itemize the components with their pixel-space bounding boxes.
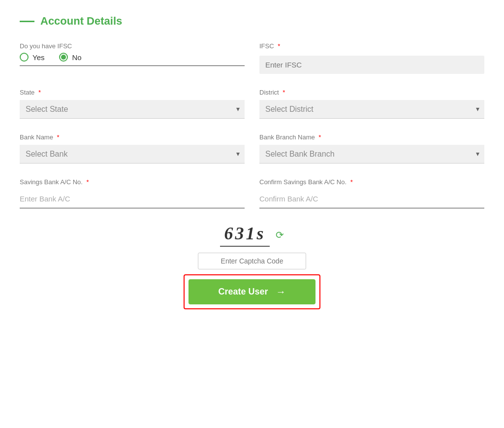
- ifsc-radio-group: Yes No: [20, 53, 245, 66]
- radio-yes-circle[interactable]: [20, 53, 29, 62]
- ifsc-input-group: IFSC *: [259, 42, 484, 74]
- create-user-label: Create User: [218, 287, 268, 297]
- row-bank: Bank Name * Select Bank Bank Branch Name…: [20, 133, 484, 164]
- bank-select[interactable]: Select Bank: [20, 145, 245, 164]
- savings-ac-input[interactable]: [20, 190, 245, 208]
- radio-no-circle[interactable]: [59, 53, 68, 62]
- arrow-icon: →: [276, 286, 286, 297]
- state-required-star: *: [38, 89, 41, 96]
- district-select-wrapper: Select District: [259, 99, 484, 119]
- ifsc-required-star: *: [278, 42, 280, 50]
- district-group: District * Select District: [259, 89, 484, 119]
- district-required-star: *: [283, 89, 285, 96]
- radio-yes[interactable]: Yes: [20, 53, 44, 62]
- ifsc-input[interactable]: [259, 56, 484, 74]
- row-ifsc: Do you have IFSC Yes No IFSC *: [20, 42, 484, 74]
- captcha-display: 631s ⟳: [220, 223, 284, 247]
- confirm-ac-required-star: *: [350, 178, 353, 186]
- row-account: Savings Bank A/C No. * Confirm Savings B…: [20, 178, 484, 208]
- state-select-wrapper: Select State: [20, 99, 245, 119]
- radio-yes-label: Yes: [32, 53, 44, 62]
- bank-branch-required-star: *: [318, 133, 321, 141]
- captcha-section: 631s ⟳: [20, 223, 484, 269]
- savings-ac-label: Savings Bank A/C No. *: [20, 178, 245, 186]
- ifsc-label: IFSC *: [259, 42, 484, 50]
- bank-select-wrapper: Select Bank: [20, 144, 245, 164]
- savings-ac-required-star: *: [87, 178, 89, 186]
- bank-branch-label: Bank Branch Name *: [259, 133, 484, 141]
- state-select[interactable]: Select State: [20, 100, 245, 119]
- captcha-input[interactable]: [198, 253, 306, 269]
- ifsc-question-group: Do you have IFSC Yes No: [20, 42, 245, 74]
- radio-no[interactable]: No: [59, 53, 81, 62]
- district-label: District *: [259, 89, 484, 96]
- create-button-wrapper: Create User →: [20, 274, 484, 309]
- bank-name-label: Bank Name *: [20, 133, 245, 141]
- section-header: Account Details: [20, 15, 484, 28]
- district-select[interactable]: Select District: [259, 100, 484, 119]
- create-button-border: Create User →: [184, 274, 320, 309]
- bank-name-required-star: *: [57, 133, 60, 141]
- captcha-refresh-icon[interactable]: ⟳: [276, 229, 284, 241]
- create-user-button[interactable]: Create User →: [189, 279, 315, 304]
- bank-name-group: Bank Name * Select Bank: [20, 133, 245, 164]
- radio-no-label: No: [72, 53, 81, 62]
- section-line-decoration: [20, 21, 34, 22]
- bank-branch-select[interactable]: Select Bank Branch: [259, 145, 484, 164]
- savings-ac-group: Savings Bank A/C No. *: [20, 178, 245, 208]
- state-group: State * Select State: [20, 89, 245, 119]
- bank-branch-select-wrapper: Select Bank Branch: [259, 144, 484, 164]
- ifsc-question-label: Do you have IFSC: [20, 42, 245, 50]
- state-label: State *: [20, 89, 245, 96]
- section-title: Account Details: [40, 15, 122, 28]
- confirm-ac-group: Confirm Savings Bank A/C No. *: [259, 178, 484, 208]
- confirm-ac-input[interactable]: [259, 190, 484, 208]
- row-state-district: State * Select State District * Select D…: [20, 89, 484, 119]
- confirm-ac-label: Confirm Savings Bank A/C No. *: [259, 178, 484, 186]
- captcha-image: 631s: [220, 223, 269, 247]
- bank-branch-group: Bank Branch Name * Select Bank Branch: [259, 133, 484, 164]
